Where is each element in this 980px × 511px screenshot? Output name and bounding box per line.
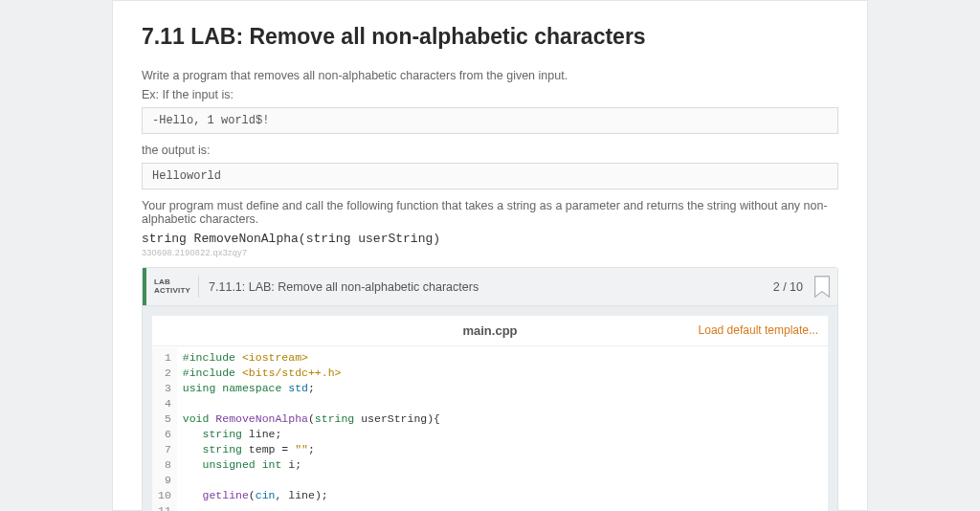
load-default-template-link[interactable]: Load default template... xyxy=(699,323,818,337)
bookmark-icon[interactable] xyxy=(813,276,832,299)
code-area[interactable]: 1234567891011 #include <iostream>#includ… xyxy=(152,346,828,511)
code-line[interactable]: using namespace std; xyxy=(183,381,440,396)
line-number: 5 xyxy=(158,411,171,427)
filename-label: main.cpp xyxy=(462,323,517,338)
watermark: 330698.2190822.qx3zqy7 xyxy=(142,248,838,257)
line-number: 4 xyxy=(158,396,171,411)
line-number: 6 xyxy=(158,427,171,442)
line-number: 8 xyxy=(158,457,171,473)
line-number: 9 xyxy=(158,473,171,488)
lab-title: 7.11.1: LAB: Remove all non-alphabetic c… xyxy=(199,268,773,305)
code-editor[interactable]: main.cpp Load default template... 123456… xyxy=(152,316,828,511)
code-line[interactable] xyxy=(183,396,440,411)
line-number: 2 xyxy=(158,366,171,381)
editor-header: main.cpp Load default template... xyxy=(152,316,828,346)
intro-text: Write a program that removes all non-alp… xyxy=(142,69,838,82)
line-number-gutter: 1234567891011 xyxy=(152,348,177,511)
code-line[interactable]: #include <bits/stdc++.h> xyxy=(183,366,440,381)
line-number: 11 xyxy=(158,503,171,511)
example-input-box: -Hello, 1 world$! xyxy=(142,107,838,134)
content-card: 7.11 LAB: Remove all non-alphabetic char… xyxy=(112,0,868,511)
code-line[interactable]: unsigned int i; xyxy=(183,457,440,473)
code-line[interactable]: void RemoveNonAlpha(string userString){ xyxy=(183,411,440,427)
input-label: Ex: If the input is: xyxy=(142,88,838,101)
output-label: the output is: xyxy=(142,144,838,157)
page-title: 7.11 LAB: Remove all non-alphabetic char… xyxy=(142,24,838,50)
line-number: 10 xyxy=(158,488,171,503)
line-number: 7 xyxy=(158,442,171,457)
lab-tag-line2: ACTIVITY xyxy=(154,287,190,296)
code-line[interactable] xyxy=(183,473,440,488)
editor-container: main.cpp Load default template... 123456… xyxy=(143,306,837,511)
requirement-text: Your program must define and call the fo… xyxy=(142,199,838,226)
code-lines[interactable]: #include <iostream>#include <bits/stdc++… xyxy=(177,348,440,511)
lab-activity-tag: LAB ACTIVITY xyxy=(143,268,198,305)
function-signature: string RemoveNonAlpha(string userString) xyxy=(142,232,838,246)
code-line[interactable]: getline(cin, line); xyxy=(183,488,440,503)
code-line[interactable] xyxy=(183,503,440,511)
lab-header: LAB ACTIVITY 7.11.1: LAB: Remove all non… xyxy=(143,268,837,306)
example-output-box: Helloworld xyxy=(142,163,838,189)
code-line[interactable]: #include <iostream> xyxy=(183,350,440,366)
line-number: 3 xyxy=(158,381,171,396)
code-line[interactable]: string line; xyxy=(183,427,440,442)
lab-activity-panel: LAB ACTIVITY 7.11.1: LAB: Remove all non… xyxy=(142,267,838,511)
line-number: 1 xyxy=(158,350,171,366)
code-line[interactable]: string temp = ""; xyxy=(183,442,440,457)
lab-score: 2 / 10 xyxy=(773,268,811,305)
